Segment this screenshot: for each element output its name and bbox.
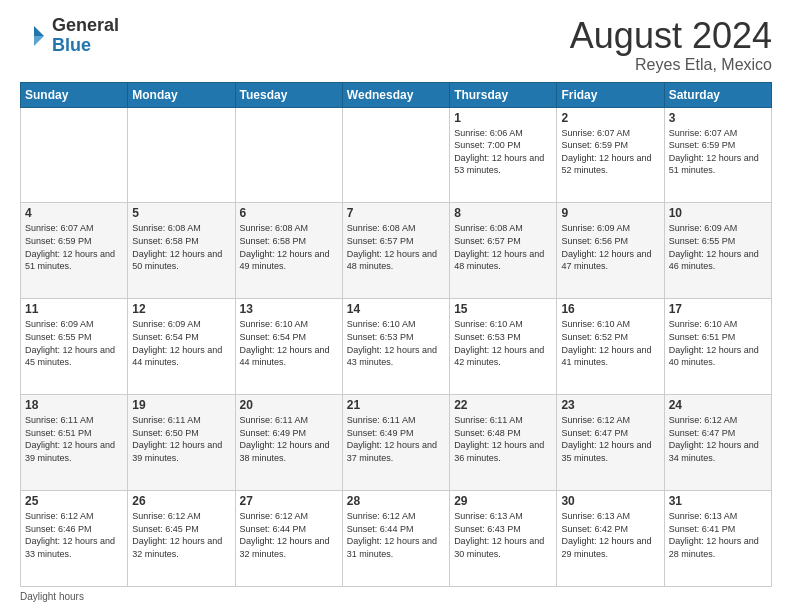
logo-icon [20,22,48,50]
calendar-cell: 21Sunrise: 6:11 AM Sunset: 6:49 PM Dayli… [342,395,449,491]
calendar-cell: 15Sunrise: 6:10 AM Sunset: 6:53 PM Dayli… [450,299,557,395]
day-info: Sunrise: 6:12 AM Sunset: 6:47 PM Dayligh… [669,414,767,464]
day-info: Sunrise: 6:09 AM Sunset: 6:55 PM Dayligh… [25,318,123,368]
logo: General Blue [20,16,119,56]
title-month: August 2024 [570,16,772,56]
day-info: Sunrise: 6:07 AM Sunset: 6:59 PM Dayligh… [669,127,767,177]
day-number: 24 [669,398,767,412]
day-info: Sunrise: 6:09 AM Sunset: 6:55 PM Dayligh… [669,222,767,272]
calendar-cell: 16Sunrise: 6:10 AM Sunset: 6:52 PM Dayli… [557,299,664,395]
calendar-cell [128,107,235,203]
day-number: 17 [669,302,767,316]
day-info: Sunrise: 6:12 AM Sunset: 6:47 PM Dayligh… [561,414,659,464]
day-number: 6 [240,206,338,220]
calendar-cell: 24Sunrise: 6:12 AM Sunset: 6:47 PM Dayli… [664,395,771,491]
day-number: 3 [669,111,767,125]
calendar-cell: 13Sunrise: 6:10 AM Sunset: 6:54 PM Dayli… [235,299,342,395]
calendar-cell: 12Sunrise: 6:09 AM Sunset: 6:54 PM Dayli… [128,299,235,395]
day-number: 27 [240,494,338,508]
weekday-header-monday: Monday [128,82,235,107]
day-number: 22 [454,398,552,412]
header: General Blue August 2024 Reyes Etla, Mex… [20,16,772,74]
day-info: Sunrise: 6:10 AM Sunset: 6:53 PM Dayligh… [347,318,445,368]
calendar-cell: 29Sunrise: 6:13 AM Sunset: 6:43 PM Dayli… [450,491,557,587]
calendar-cell: 3Sunrise: 6:07 AM Sunset: 6:59 PM Daylig… [664,107,771,203]
weekday-header-sunday: Sunday [21,82,128,107]
weekday-header-row: SundayMondayTuesdayWednesdayThursdayFrid… [21,82,772,107]
day-number: 14 [347,302,445,316]
calendar-cell [342,107,449,203]
day-number: 19 [132,398,230,412]
footer-text: Daylight hours [20,591,84,602]
day-info: Sunrise: 6:09 AM Sunset: 6:54 PM Dayligh… [132,318,230,368]
calendar-table: SundayMondayTuesdayWednesdayThursdayFrid… [20,82,772,587]
calendar-cell: 11Sunrise: 6:09 AM Sunset: 6:55 PM Dayli… [21,299,128,395]
calendar-cell: 7Sunrise: 6:08 AM Sunset: 6:57 PM Daylig… [342,203,449,299]
weekday-header-friday: Friday [557,82,664,107]
day-number: 11 [25,302,123,316]
logo-general: General [52,16,119,36]
calendar-cell: 23Sunrise: 6:12 AM Sunset: 6:47 PM Dayli… [557,395,664,491]
day-number: 12 [132,302,230,316]
calendar-cell: 2Sunrise: 6:07 AM Sunset: 6:59 PM Daylig… [557,107,664,203]
week-row-3: 11Sunrise: 6:09 AM Sunset: 6:55 PM Dayli… [21,299,772,395]
day-info: Sunrise: 6:13 AM Sunset: 6:41 PM Dayligh… [669,510,767,560]
weekday-header-thursday: Thursday [450,82,557,107]
day-info: Sunrise: 6:08 AM Sunset: 6:57 PM Dayligh… [454,222,552,272]
day-info: Sunrise: 6:11 AM Sunset: 6:50 PM Dayligh… [132,414,230,464]
calendar-cell: 5Sunrise: 6:08 AM Sunset: 6:58 PM Daylig… [128,203,235,299]
week-row-5: 25Sunrise: 6:12 AM Sunset: 6:46 PM Dayli… [21,491,772,587]
calendar-cell: 28Sunrise: 6:12 AM Sunset: 6:44 PM Dayli… [342,491,449,587]
day-number: 13 [240,302,338,316]
title-location: Reyes Etla, Mexico [570,56,772,74]
day-info: Sunrise: 6:09 AM Sunset: 6:56 PM Dayligh… [561,222,659,272]
calendar-cell: 30Sunrise: 6:13 AM Sunset: 6:42 PM Dayli… [557,491,664,587]
day-info: Sunrise: 6:10 AM Sunset: 6:51 PM Dayligh… [669,318,767,368]
day-number: 25 [25,494,123,508]
calendar-cell: 1Sunrise: 6:06 AM Sunset: 7:00 PM Daylig… [450,107,557,203]
day-info: Sunrise: 6:11 AM Sunset: 6:49 PM Dayligh… [240,414,338,464]
day-info: Sunrise: 6:07 AM Sunset: 6:59 PM Dayligh… [561,127,659,177]
logo-blue: Blue [52,36,119,56]
day-info: Sunrise: 6:12 AM Sunset: 6:46 PM Dayligh… [25,510,123,560]
day-number: 23 [561,398,659,412]
day-number: 18 [25,398,123,412]
day-number: 10 [669,206,767,220]
day-number: 29 [454,494,552,508]
day-info: Sunrise: 6:10 AM Sunset: 6:54 PM Dayligh… [240,318,338,368]
calendar-cell: 18Sunrise: 6:11 AM Sunset: 6:51 PM Dayli… [21,395,128,491]
day-number: 8 [454,206,552,220]
weekday-header-wednesday: Wednesday [342,82,449,107]
day-number: 20 [240,398,338,412]
day-info: Sunrise: 6:13 AM Sunset: 6:43 PM Dayligh… [454,510,552,560]
day-number: 2 [561,111,659,125]
calendar-cell: 25Sunrise: 6:12 AM Sunset: 6:46 PM Dayli… [21,491,128,587]
calendar-cell: 27Sunrise: 6:12 AM Sunset: 6:44 PM Dayli… [235,491,342,587]
calendar-cell: 6Sunrise: 6:08 AM Sunset: 6:58 PM Daylig… [235,203,342,299]
day-info: Sunrise: 6:12 AM Sunset: 6:45 PM Dayligh… [132,510,230,560]
day-number: 5 [132,206,230,220]
calendar-cell: 10Sunrise: 6:09 AM Sunset: 6:55 PM Dayli… [664,203,771,299]
calendar-cell: 14Sunrise: 6:10 AM Sunset: 6:53 PM Dayli… [342,299,449,395]
day-number: 1 [454,111,552,125]
calendar-cell: 26Sunrise: 6:12 AM Sunset: 6:45 PM Dayli… [128,491,235,587]
calendar-cell: 19Sunrise: 6:11 AM Sunset: 6:50 PM Dayli… [128,395,235,491]
day-number: 9 [561,206,659,220]
day-info: Sunrise: 6:07 AM Sunset: 6:59 PM Dayligh… [25,222,123,272]
weekday-header-tuesday: Tuesday [235,82,342,107]
calendar-cell: 4Sunrise: 6:07 AM Sunset: 6:59 PM Daylig… [21,203,128,299]
week-row-1: 1Sunrise: 6:06 AM Sunset: 7:00 PM Daylig… [21,107,772,203]
footer: Daylight hours [20,591,772,602]
calendar-cell: 9Sunrise: 6:09 AM Sunset: 6:56 PM Daylig… [557,203,664,299]
day-number: 7 [347,206,445,220]
day-info: Sunrise: 6:06 AM Sunset: 7:00 PM Dayligh… [454,127,552,177]
calendar-cell: 20Sunrise: 6:11 AM Sunset: 6:49 PM Dayli… [235,395,342,491]
day-info: Sunrise: 6:08 AM Sunset: 6:58 PM Dayligh… [240,222,338,272]
day-info: Sunrise: 6:10 AM Sunset: 6:52 PM Dayligh… [561,318,659,368]
day-number: 21 [347,398,445,412]
day-number: 4 [25,206,123,220]
calendar-cell: 17Sunrise: 6:10 AM Sunset: 6:51 PM Dayli… [664,299,771,395]
day-number: 16 [561,302,659,316]
day-info: Sunrise: 6:13 AM Sunset: 6:42 PM Dayligh… [561,510,659,560]
day-info: Sunrise: 6:11 AM Sunset: 6:48 PM Dayligh… [454,414,552,464]
